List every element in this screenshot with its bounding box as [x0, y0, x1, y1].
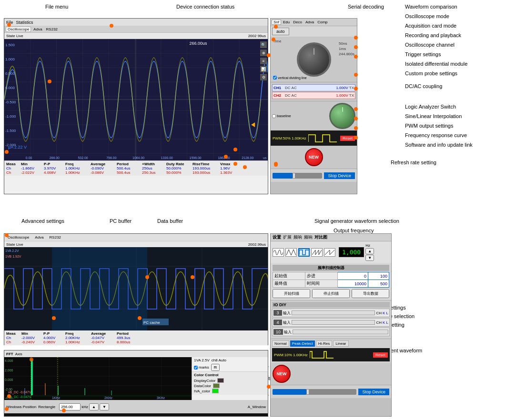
svg-text:3KHz: 3KHz [157, 396, 165, 400]
deco-tab[interactable]: Deco [292, 20, 303, 24]
va-color-swatch[interactable] [212, 389, 219, 393]
measurement-bar: Meas Ch Ch Min -1.866V -2.022V P-P 3.970… [4, 160, 268, 176]
ramp-wave-btn[interactable] [324, 248, 335, 257]
refresh-rate-slider[interactable] [273, 173, 322, 179]
bot-meas-avg: Average -0.047V -0.047V [91, 331, 115, 344]
settings-icon-right[interactable]: ⚙ [260, 74, 267, 80]
stop-device-btn-bottom[interactable]: Stop Device [358, 389, 389, 395]
normal-mode-btn[interactable]: Normal [272, 340, 289, 347]
sweep-end-val[interactable]: 10000 [337, 280, 368, 288]
stop-device-bar-bottom: Stop Device [271, 385, 391, 398]
custom-probe-dot [354, 73, 358, 77]
cursor-icon[interactable]: ⊕ [260, 50, 267, 56]
stop-device-btn-top[interactable]: Stop Device [324, 172, 355, 179]
sweep-step-val[interactable]: 100 [368, 272, 389, 280]
reset-btn-bottom[interactable]: Reset [373, 352, 388, 358]
siggen-tab2[interactable]: 扩展 [283, 234, 292, 240]
osc-channel-dot [354, 45, 358, 49]
refresh-rate-slider-bot[interactable] [273, 389, 356, 395]
oscilloscope-tab[interactable]: Oscilloscope [6, 27, 31, 32]
device-connection-label: Device connection status [176, 4, 234, 10]
vdl-label-text: vertical dividing line [278, 76, 307, 80]
bot-waveform-svg: 1VA 2.2V 1VB 1.92V PC cache [4, 247, 268, 330]
freq-down-btn[interactable]: ▼ [365, 255, 374, 261]
marks-checkbox[interactable] [194, 366, 198, 370]
new-badge[interactable]: NEW [305, 148, 323, 166]
bot-adva-tab[interactable]: Adva [33, 235, 45, 240]
meas-col-width: +Width 250us 250.3us [142, 162, 165, 175]
data-color-swatch[interactable] [213, 383, 220, 388]
acq-mode-buttons: Normal Peak-Detect Hi-Res Linear [272, 340, 390, 347]
isolated-diff-label: Isolated differential module [405, 61, 467, 67]
bot-osc-tab[interactable]: Oscilloscope [6, 235, 30, 240]
fft-screen: FFT Axis 4.000 2.000 0.000 -2.00 -4.00 [4, 350, 268, 417]
sine-wave-btn[interactable] [273, 248, 284, 257]
acquisition-card-label: Acquisition card mode [405, 23, 456, 29]
triangle-wave-btn[interactable] [285, 248, 297, 257]
rs232-tab[interactable]: RS232 [45, 27, 59, 31]
io-row-4: 4 输入 CH K L [272, 318, 390, 327]
meas-col-min: Min -1.866V -2.022V [21, 162, 42, 175]
reset-button-top[interactable]: Reset [340, 136, 355, 141]
sweep-start-btn[interactable]: 开始扫描 [273, 289, 310, 298]
ch1-label: CH1 [273, 86, 284, 90]
svg-text:-1.500: -1.500 [5, 129, 16, 133]
sweep-time-val[interactable]: 500 [368, 280, 389, 288]
io-val-4b: K L [383, 320, 388, 325]
sweep-start-val[interactable]: 0 [337, 272, 368, 280]
sweep-stop-btn[interactable]: 停止扫描 [312, 289, 350, 298]
hi-res-btn[interactable]: Hi-Res [316, 340, 332, 347]
bot-rs232-tab[interactable]: RS232 [48, 235, 62, 240]
sweep-end-label: 最终值 [273, 280, 305, 288]
sample-rate-display: 2002 99us [248, 34, 266, 38]
statistics-menu-btn[interactable]: Statistics [16, 20, 33, 25]
bot-meas-bar: Meas Ch Ch Min -2.000V -0.240V P-P 4.000… [4, 330, 268, 345]
meas-col-period: Period 500.4us 500.4us [117, 162, 141, 175]
display-color-swatch[interactable] [217, 378, 224, 383]
vdl-checkbox[interactable] [273, 76, 277, 80]
baseline-checkbox[interactable] [272, 114, 276, 118]
logic-analyzer-dot [354, 107, 358, 111]
bot-new-badge[interactable]: NEW [273, 365, 291, 383]
svg-text:0.000: 0.000 [5, 86, 15, 90]
pwm-output-label: PWM output settings [405, 123, 454, 129]
meas-icon[interactable]: ≡ [260, 58, 267, 64]
snf-tab[interactable]: Snf [272, 20, 281, 25]
comp-tab[interactable]: Comp [316, 20, 329, 24]
data-buffer-indicator-dot [138, 316, 142, 320]
advanced-settings-dot [5, 233, 9, 237]
display-color-row: DisplayColor [194, 378, 266, 383]
time-knob[interactable] [297, 42, 331, 77]
meas-col-vmax: Vmax 1.96V 1.363V [220, 162, 242, 175]
peak-detect-btn[interactable]: Peak-Detect [290, 340, 315, 347]
bot-waveform-area: 1VA 2.2V 1VB 1.92V PC cache [4, 247, 268, 330]
siggen-tab4[interactable]: 频响 [304, 234, 313, 240]
edu-tab[interactable]: Edu [282, 20, 291, 24]
waveform-persistence-dot [233, 148, 237, 151]
adva-tab-right[interactable]: Adva [304, 20, 315, 24]
freq-step-down[interactable]: ▼ [100, 403, 109, 410]
voltage-knob[interactable] [329, 103, 355, 129]
trigger-settings-label: Trigger settings [405, 51, 441, 57]
fft-axis: Axis [15, 352, 22, 356]
freq-step-up[interactable]: ▲ [89, 403, 99, 410]
meas-col-duty: Duty Rate 50.000% 50.000% [166, 162, 191, 175]
zoom-icon[interactable]: 🔍 [260, 41, 267, 48]
freq-up-btn[interactable]: ▲ [365, 248, 374, 254]
square-wave-btn[interactable] [298, 248, 310, 257]
linear-btn[interactable]: Linear [333, 340, 348, 347]
cursor-ruler-dot [267, 53, 271, 57]
ch1-tx: TX [349, 86, 354, 90]
adva-tab[interactable]: Adva [32, 27, 43, 31]
chart-icon[interactable]: 📊 [260, 66, 267, 72]
fft-btn[interactable]: fft [211, 364, 220, 371]
marks-checkbox-label: marks [194, 365, 209, 370]
svg-text:vB_DC -0.047V: vB_DC -0.047V [8, 390, 31, 394]
sweep-control-section: 频率扫描控制器 起始值 步进 0 100 最终值 时间间 10000 500 开… [271, 263, 391, 300]
sweep-export-btn[interactable]: 导出数据 [352, 289, 389, 298]
auto-button[interactable]: auto [272, 28, 289, 35]
siggen-tab5[interactable]: 对比图 [314, 234, 327, 240]
file-menu-dot [7, 23, 11, 27]
siggen-tab3[interactable]: 频响 [293, 234, 302, 240]
sawtooth-wave-btn[interactable] [311, 248, 323, 257]
